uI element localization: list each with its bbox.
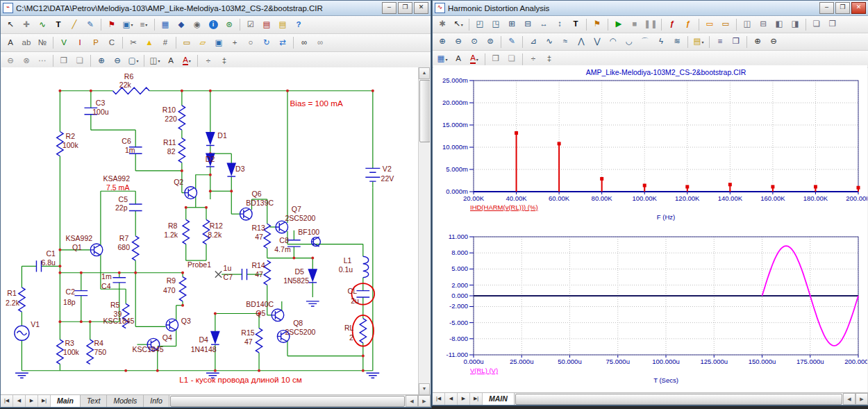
- picture-icon[interactable]: ▣▾: [120, 17, 135, 33]
- line-tool-icon[interactable]: ╱: [67, 17, 82, 33]
- wave-multi-icon[interactable]: ≋: [669, 34, 685, 49]
- font-color-icon[interactable]: A▾: [467, 51, 482, 67]
- layout-four-icon[interactable]: ◨: [787, 17, 803, 32]
- scroll-down-button[interactable]: ▼: [419, 383, 430, 395]
- zoom-fit-icon[interactable]: ⊙: [467, 34, 482, 49]
- attribute-text-icon[interactable]: A: [3, 35, 18, 51]
- tab-nav-button-3[interactable]: ▶|: [38, 395, 51, 407]
- window-cascade-icon[interactable]: ❏: [809, 17, 824, 32]
- paper-icon[interactable]: ▭: [179, 35, 194, 51]
- pages-icon[interactable]: ❐: [728, 34, 744, 49]
- cursor-horizontal-icon[interactable]: ↔: [536, 17, 551, 32]
- notebook-icon[interactable]: ▤: [275, 17, 290, 33]
- fx-function-icon[interactable]: ƒ: [665, 17, 680, 32]
- copy-view-icon[interactable]: ❐: [56, 53, 72, 69]
- tab-nav-button-3[interactable]: ▶|: [470, 393, 483, 405]
- warning-icon[interactable]: ▲: [142, 35, 157, 51]
- report-icon[interactable]: ▤: [259, 17, 274, 33]
- zoom-out-icon[interactable]: ⊖: [451, 34, 466, 49]
- tab-nav-button-2[interactable]: ▶: [26, 395, 38, 407]
- text-label-icon[interactable]: T: [568, 17, 583, 32]
- component-box-icon[interactable]: ▣: [211, 35, 226, 51]
- hscroll-left-button[interactable]: ◀: [406, 395, 418, 407]
- grid-text-icon[interactable]: ab: [19, 35, 34, 51]
- select-mode-icon[interactable]: ↖▾: [451, 17, 466, 32]
- copy-icon[interactable]: ❐: [488, 51, 503, 67]
- schematic-hscroll[interactable]: ◀ ▶: [169, 395, 431, 407]
- split-node-icon[interactable]: ÷: [526, 51, 541, 67]
- cursor-vertical-icon[interactable]: ↕: [552, 17, 567, 32]
- condition-icon[interactable]: C: [104, 35, 119, 51]
- merge-node-icon[interactable]: ‡: [217, 53, 232, 69]
- probe-box2-icon[interactable]: ▭: [718, 17, 733, 32]
- properties-icon[interactable]: ✱: [435, 17, 450, 32]
- close-button[interactable]: ✕: [851, 2, 866, 14]
- magnify-out-icon[interactable]: ⊖: [766, 34, 781, 49]
- layout-two-icon[interactable]: ⊟: [756, 17, 771, 32]
- wave-curve-icon[interactable]: ⌒: [637, 34, 653, 49]
- wave-valley-icon[interactable]: ⋁: [590, 34, 605, 49]
- numeric-output-icon[interactable]: ≡: [712, 34, 728, 49]
- grid-menu-icon[interactable]: ▦▾: [435, 51, 450, 67]
- analysis-hscroll[interactable]: ◀ ▶: [515, 393, 868, 405]
- pencil-icon[interactable]: ✎: [83, 17, 98, 33]
- wave-pulse-icon[interactable]: ϟ: [653, 34, 669, 49]
- node-number-icon[interactable]: №: [35, 35, 50, 51]
- close-button[interactable]: ✕: [414, 2, 428, 14]
- merge-node-icon[interactable]: ‡: [542, 51, 557, 67]
- node-voltage-icon[interactable]: V: [56, 35, 72, 51]
- analysis-titlebar[interactable]: ∿ Harmonic Distortion Analysis – ❐ ✕: [433, 1, 868, 16]
- font-icon[interactable]: A: [451, 51, 466, 67]
- pause-icon[interactable]: ❚❚: [643, 17, 658, 32]
- circle-tool-icon[interactable]: ○: [243, 35, 258, 51]
- wave-smooth-icon[interactable]: ≈: [558, 34, 573, 49]
- crosshair-icon[interactable]: +: [227, 35, 242, 51]
- pan-tool-icon[interactable]: ✚: [19, 17, 34, 33]
- folder-icon[interactable]: ▱: [195, 35, 210, 51]
- tab-models[interactable]: Models: [107, 395, 144, 407]
- tab-nav-button-0[interactable]: |◀: [433, 393, 445, 405]
- select-arrow-icon[interactable]: ↖: [3, 17, 18, 33]
- hscroll-left-button[interactable]: ◀: [843, 393, 856, 405]
- schematic-canvas[interactable]: R622kC3100uR10220R2100kC61mR1182D1D2D3Q2…: [6, 69, 412, 395]
- wire-tool-icon[interactable]: ∿: [35, 17, 50, 33]
- zoom-full-icon[interactable]: ⊜: [483, 34, 498, 49]
- scale-mode-icon[interactable]: ◰: [472, 17, 487, 32]
- fy-function-icon[interactable]: ƒ: [681, 17, 696, 32]
- history-icon[interactable]: ⋯: [35, 53, 50, 69]
- tag-icon[interactable]: ⚑: [590, 17, 605, 32]
- clear-view-icon[interactable]: ⊗: [19, 53, 34, 69]
- vscroll-thumb[interactable]: [419, 80, 430, 142]
- waveform-chart[interactable]: 0.000u25.000u50.000u75.000u100.000u125.0…: [433, 231, 867, 393]
- restore-button[interactable]: ❐: [835, 2, 850, 14]
- current-icon[interactable]: I: [72, 35, 87, 51]
- info-icon[interactable]: i: [206, 17, 221, 33]
- tab-main[interactable]: MAIN: [483, 393, 515, 405]
- run-icon[interactable]: ▶: [611, 17, 626, 32]
- hscroll-thumb[interactable]: [515, 394, 842, 405]
- schematic-titlebar[interactable]: ⌁ C:\MC12\DATA\Petrov\Melodiya-103\AMP_L…: [1, 1, 431, 16]
- pan-chart-icon[interactable]: ⊟: [520, 17, 535, 32]
- checklist-icon[interactable]: ☑: [243, 17, 258, 33]
- zoom-mode-icon[interactable]: ▢▾: [126, 53, 141, 69]
- diamond-icon[interactable]: ◆: [174, 17, 189, 33]
- hscroll-thumb[interactable]: [170, 396, 405, 407]
- cursor-mode-icon[interactable]: ◳: [488, 17, 503, 32]
- schematic-vscroll[interactable]: ▲ ▼: [418, 67, 430, 395]
- text-tool-icon[interactable]: T: [51, 17, 66, 33]
- tab-nav-button-0[interactable]: |◀: [1, 395, 13, 407]
- clock-icon[interactable]: ◉: [190, 17, 205, 33]
- tab-text[interactable]: Text: [81, 395, 107, 407]
- edit-chart-icon[interactable]: ✎: [504, 34, 519, 49]
- layout-three-icon[interactable]: ◧: [771, 17, 787, 32]
- stop-icon[interactable]: ■: [627, 17, 642, 32]
- scroll-up-button[interactable]: ▲: [419, 67, 430, 79]
- wave-linear-icon[interactable]: ⊿: [526, 34, 541, 49]
- zoom-out-icon[interactable]: ⊖: [110, 53, 125, 69]
- wave-arc-down-icon[interactable]: ◡: [621, 34, 637, 49]
- flag-icon[interactable]: ⚑: [104, 17, 119, 33]
- paste-view-icon[interactable]: ❏: [72, 53, 87, 69]
- mirror-icon[interactable]: ⇄: [275, 35, 290, 51]
- panel-icon[interactable]: ◫▾: [147, 53, 162, 69]
- harmonics-chart[interactable]: AMP_Like-Melodiya-103M2_CS-2&bootstrap.C…: [433, 65, 867, 228]
